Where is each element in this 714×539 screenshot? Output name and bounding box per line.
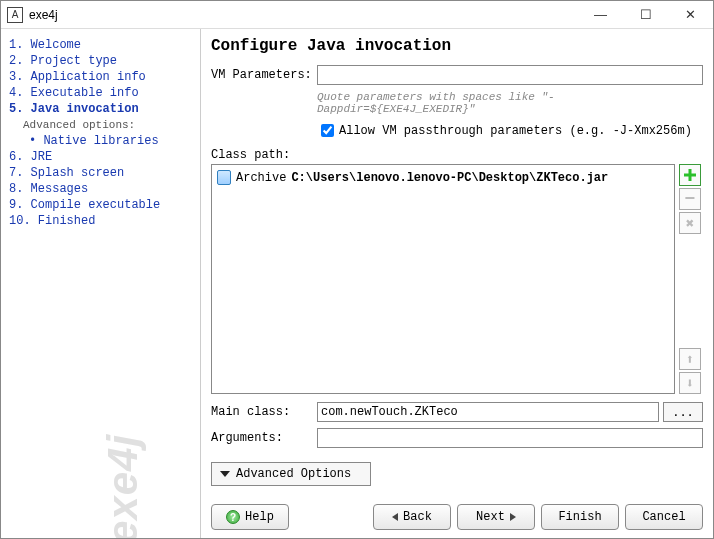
sidebar-step-project-type[interactable]: 2. Project type [9,53,196,69]
classpath-move-down-button[interactable]: ⬇ [679,372,701,394]
titlebar: A exe4j — ☐ ✕ [1,1,713,29]
main-class-input[interactable] [317,402,659,422]
svg-rect-1 [684,174,696,177]
close-button[interactable]: ✕ [668,1,713,29]
main-class-browse-button[interactable]: ... [663,402,703,422]
sidebar-step-executable-info[interactable]: 4. Executable info [9,85,196,101]
main-class-label: Main class: [211,405,317,419]
back-button[interactable]: Back [373,504,451,530]
sidebar-step-java-invocation[interactable]: 5. Java invocation [9,101,196,117]
sidebar-step-messages[interactable]: 8. Messages [9,181,196,197]
app-icon: A [7,7,23,23]
arguments-label: Arguments: [211,431,317,445]
passthrough-checkbox[interactable] [321,124,334,137]
classpath-remove-button[interactable]: − [679,188,701,210]
vm-parameters-label: VM Parameters: [211,68,317,82]
classpath-move-up-button[interactable]: ⬆ [679,348,701,370]
arrow-right-icon [510,513,516,521]
finish-button-label: Finish [558,510,601,524]
brand-watermark: exe4j [99,434,147,539]
vm-parameters-input[interactable] [317,65,703,85]
help-button[interactable]: ? Help [211,504,289,530]
page-heading: Configure Java invocation [211,37,703,55]
passthrough-label: Allow VM passthrough parameters (e.g. -J… [339,124,692,138]
cancel-button-label: Cancel [642,510,685,524]
archive-icon [217,170,231,185]
sidebar-step-application-info[interactable]: 3. Application info [9,69,196,85]
sidebar-advanced-native-libraries[interactable]: • Native libraries [9,133,196,149]
classpath-label: Class path: [211,148,703,162]
main-panel: Configure Java invocation VM Parameters:… [201,29,713,538]
classpath-list[interactable]: Archive C:\Users\lenovo.lenovo-PC\Deskto… [211,164,675,394]
arguments-input[interactable] [317,428,703,448]
sidebar-step-finished[interactable]: 10. Finished [9,213,196,229]
sidebar-step-compile[interactable]: 9. Compile executable [9,197,196,213]
classpath-entry[interactable]: Archive C:\Users\lenovo.lenovo-PC\Deskto… [215,168,671,187]
chevron-down-icon [220,471,230,477]
help-icon: ? [226,510,240,524]
finish-button[interactable]: Finish [541,504,619,530]
sidebar-step-jre[interactable]: 6. JRE [9,149,196,165]
classpath-delete-button[interactable]: ✖ [679,212,701,234]
cancel-button[interactable]: Cancel [625,504,703,530]
classpath-entry-type: Archive [236,171,286,185]
classpath-entry-path: C:\Users\lenovo.lenovo-PC\Desktop\ZKTeco… [291,171,608,185]
vm-parameters-hint: Quote parameters with spaces like "-Dapp… [317,91,703,115]
help-button-label: Help [245,510,274,524]
minimize-button[interactable]: — [578,1,623,29]
arrow-left-icon [392,513,398,521]
sidebar-advanced-header: Advanced options: [9,117,196,133]
sidebar-step-splash[interactable]: 7. Splash screen [9,165,196,181]
classpath-add-button[interactable] [679,164,701,186]
window-title: exe4j [29,8,58,22]
advanced-options-label: Advanced Options [236,467,351,481]
sidebar: 1. Welcome 2. Project type 3. Applicatio… [1,29,201,538]
next-button-label: Next [476,510,505,524]
advanced-options-button[interactable]: Advanced Options [211,462,371,486]
sidebar-step-welcome[interactable]: 1. Welcome [9,37,196,53]
next-button[interactable]: Next [457,504,535,530]
maximize-button[interactable]: ☐ [623,1,668,29]
back-button-label: Back [403,510,432,524]
